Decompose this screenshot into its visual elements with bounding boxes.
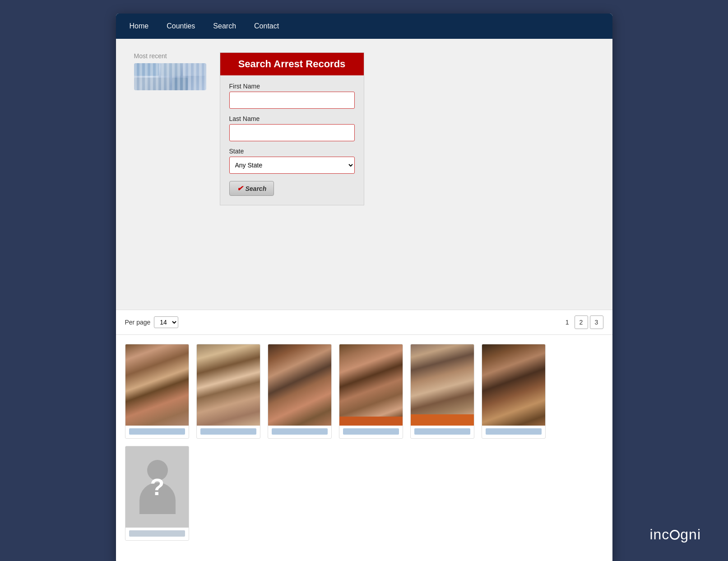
per-page-label: Per page <box>125 319 151 326</box>
thumbnail <box>134 63 206 90</box>
search-button[interactable]: ✔ Search <box>229 181 274 196</box>
thumb-block-5 <box>172 78 188 90</box>
incogni-o-icon <box>670 530 680 540</box>
last-name-input[interactable] <box>229 124 355 141</box>
thumb-block-4 <box>134 78 170 90</box>
mugshot-photo-3 <box>268 344 332 426</box>
navbar: Home Counties Search Contact <box>116 14 612 39</box>
page-3-button[interactable]: 3 <box>590 315 603 329</box>
mugshot-card-5[interactable] <box>410 344 474 439</box>
first-name-input[interactable] <box>229 92 355 109</box>
mugshot-name-bar-5 <box>414 428 470 435</box>
mugshot-card-6[interactable] <box>482 344 546 439</box>
thumb-block-1 <box>134 63 159 76</box>
mugshots-section: ? <box>116 334 612 550</box>
browser-window: Home Counties Search Contact Most recent <box>116 14 612 561</box>
checkmark-icon: ✔ <box>237 184 243 193</box>
first-name-group: First Name <box>229 83 355 109</box>
mugshot-photo-7: ? <box>125 446 189 528</box>
mugshot-card-7[interactable]: ? <box>125 446 189 541</box>
per-page-left: Per page 14 7 21 28 <box>125 316 179 328</box>
mugshot-card-2[interactable] <box>196 344 260 439</box>
no-photo-question: ? <box>150 475 165 499</box>
pagination: 1 2 3 <box>562 315 603 329</box>
nav-home[interactable]: Home <box>130 18 149 35</box>
mugshot-name-bar-3 <box>272 428 328 435</box>
incogni-logo: incgni <box>649 526 701 543</box>
search-panel-header: Search Arrest Records <box>220 53 364 75</box>
last-name-group: Last Name <box>229 115 355 141</box>
search-form: First Name Last Name State Any State Ala… <box>220 83 364 196</box>
most-recent-image <box>134 63 206 90</box>
mugshot-name-bar-6 <box>486 428 542 435</box>
mugshot-photo-2 <box>197 344 260 426</box>
mugshot-name-bar-7 <box>129 530 185 537</box>
last-name-label: Last Name <box>229 115 355 122</box>
mugshot-photo-6 <box>482 344 546 426</box>
page-current: 1 <box>562 317 573 328</box>
mugshots-grid: ? <box>125 344 603 541</box>
mugshot-name-bar-2 <box>200 428 256 435</box>
branding <box>116 550 612 561</box>
state-group: State Any State Alabama Alaska Arizona C… <box>229 148 355 174</box>
search-panel-title: Search Arrest Records <box>226 58 358 70</box>
per-page-row: Per page 14 7 21 28 1 2 3 <box>116 310 612 334</box>
mugshot-photo-1 <box>125 344 189 426</box>
mugshot-photo-4 <box>339 344 403 426</box>
thumb-block-2 <box>161 63 181 76</box>
main-content: Most recent <box>116 39 612 310</box>
thumb-row-2 <box>134 78 206 90</box>
mugshot-card-3[interactable] <box>268 344 332 439</box>
incogni-branding: incgni <box>649 526 701 543</box>
nav-contact[interactable]: Contact <box>254 18 279 35</box>
thumb-block-3 <box>183 63 205 76</box>
thumb-row-1 <box>134 63 206 76</box>
state-label: State <box>229 148 355 155</box>
nav-counties[interactable]: Counties <box>167 18 195 35</box>
search-button-label: Search <box>246 185 267 192</box>
most-recent-label: Most recent <box>134 52 206 60</box>
mugshot-card-1[interactable] <box>125 344 189 439</box>
nav-search[interactable]: Search <box>213 18 236 35</box>
mugshot-name-bar-4 <box>343 428 399 435</box>
mugshot-name-bar-1 <box>129 428 185 435</box>
mugshot-photo-5 <box>411 344 474 426</box>
mugshot-card-4[interactable] <box>339 344 403 439</box>
state-select[interactable]: Any State Alabama Alaska Arizona Califor… <box>229 157 355 174</box>
search-panel: Search Arrest Records First Name Last Na… <box>220 52 364 205</box>
first-name-label: First Name <box>229 83 355 90</box>
per-page-select[interactable]: 14 7 21 28 <box>154 316 178 328</box>
page-2-button[interactable]: 2 <box>575 315 588 329</box>
most-recent-section: Most recent <box>134 52 206 90</box>
